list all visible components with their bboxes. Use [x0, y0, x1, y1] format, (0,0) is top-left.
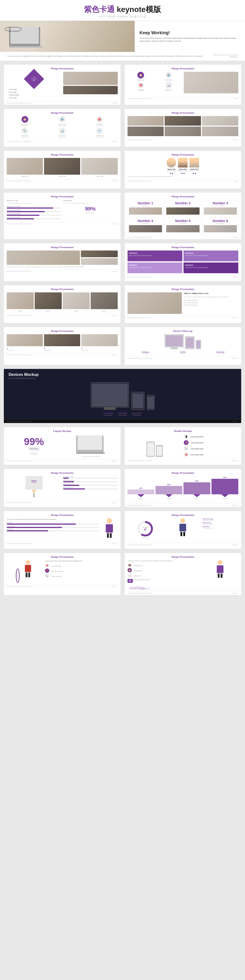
slide-14: Devices Mock-up — [124, 327, 242, 365]
stats-13-3: 3 Lorem Title — [81, 347, 118, 351]
svg-text:33: 33 — [144, 528, 147, 531]
photo-13-2 — [44, 334, 80, 346]
icon-item: 📊 Lorem Cup Lorem ipsum — [44, 127, 80, 138]
social-icon[interactable]: ◆ — [195, 172, 196, 174]
slide-16-title: Laptop Mockup — [7, 430, 118, 432]
main-photo-12 — [127, 293, 182, 314]
slide-6-text: Lorem ipsum dolor sit amet consectetur a… — [127, 176, 239, 177]
icon-item: 🏠 Lorem Cup Lorem ipsum — [7, 116, 43, 126]
slide-16-inner: Laptop Mockup 99% Devices FAV FILE Font … — [4, 427, 121, 459]
tile-label: STATISTIC — [185, 252, 237, 254]
chart-sublabel: Lorem ipsum — [141, 537, 150, 539]
phone-shape — [196, 340, 201, 349]
slide-2-inner: Mango Presentation 🏠 Lorem Cup ⚙️ Lorem … — [125, 65, 242, 97]
number-label: Lorem ipsum — [129, 205, 162, 207]
dark-stats: 1,234 USD Lorem ipsum 5,678 USD Lorem ip… — [9, 412, 236, 416]
social-icon[interactable]: ◆ — [172, 172, 173, 174]
footer-page: PAGE 18 — [232, 460, 238, 461]
slide-18: Mango Presentation PRIMARYCOURSE — [3, 469, 121, 507]
phone-screen — [196, 341, 200, 348]
slide-21-footer: MANGO PRESENTATION TEMPLATE PAGE 22 — [125, 543, 242, 546]
device-stat: ★★★★ Rating — [165, 351, 201, 355]
arrow-down-1 — [137, 494, 145, 497]
footer-page: PAGE 8 — [113, 223, 118, 225]
progress-1: Achievement 01 titles — [7, 206, 61, 208]
icon-3: 🎯 — [96, 116, 103, 123]
laptop-sub: Lorem ipsum dolor sit amet — [63, 456, 118, 457]
list-item: Imagining Eget — [7, 94, 61, 96]
social-icon[interactable]: ◆ — [170, 172, 171, 174]
stat-22-icon-2: 📌 — [45, 568, 49, 573]
list-item: Lorem Eget — [7, 96, 61, 99]
arrow-item-3: 30% Scan C — [183, 480, 210, 499]
icon-item: 🏠 Lorem Cup — [127, 72, 154, 81]
photo-label: Title 1 — [7, 310, 34, 312]
footer-template: MANGO PRESENTATION TEMPLATE — [7, 223, 31, 225]
social-icon[interactable]: ◆ — [192, 172, 194, 174]
stat-22-1: 🎯 First Class Title — [45, 563, 118, 568]
stat-22-icon-1: 🎯 — [45, 563, 49, 568]
stat-22-2: 📌 Second Class Title — [45, 568, 118, 573]
slide-11-footer: MANGO PRESENTATION TEMPLATE PAGE 12 — [4, 313, 121, 317]
icon-sub: Lorem ipsum — [7, 136, 43, 138]
slide-17: Mobile Mockup 📱 Lorem ipsum dolor — [124, 427, 242, 465]
archer-illus — [16, 560, 34, 583]
footer-template: MANGO PRESENTATION TEMPLATE — [7, 421, 31, 422]
footer-page: PAGE 21 — [112, 543, 118, 544]
monitor-screen — [165, 335, 183, 347]
icon-item: ⚙️ Lorem Cup — [155, 72, 182, 81]
stat-22-text-1: First Class Title — [51, 565, 61, 567]
slide-14-title: Devices Mock-up — [127, 329, 239, 332]
stat-num: 3 — [81, 347, 118, 350]
dark-stat-label: Lorem ipsum — [132, 414, 142, 416]
footer-page: PAGE 11 — [232, 276, 238, 278]
photo-label: Title 2 — [35, 310, 62, 312]
number-photo — [129, 225, 162, 232]
slide-6-title: Mango Presentation — [127, 153, 239, 156]
footer-template: MANGO PRESENTATION TEMPLATE — [127, 593, 152, 594]
footer-template: MANGO PRESENTATION TEMPLATE — [127, 317, 152, 318]
dark-mockup-subtitle: PUT YOUR GREAT SUBTITLE — [9, 377, 236, 379]
slide-22-footer: MANGO PRESENTATION TEMPLATE PAGE 23 — [4, 585, 121, 588]
stat-21-3: 30% Third Lorem ipsum dolor — [203, 526, 238, 529]
about-text: Lorem ipsum dolor sit amet consectetur — [7, 202, 61, 204]
photo-stack — [81, 250, 118, 265]
photo-label: Title 3 — [63, 310, 90, 312]
stat-val: ★★★★ — [165, 351, 201, 353]
slide-7-left: About Our Title Lorem ipsum dolor sit am… — [7, 200, 61, 220]
icon-sub: Lorem ipsum — [7, 125, 43, 126]
slide-11-title: Mango Presentation — [7, 288, 118, 290]
stat-desc: Lorem ipsum — [203, 353, 238, 354]
stat-22-text-2: Second Class Title — [51, 571, 63, 572]
devices-label: Devices — [28, 447, 40, 451]
stat-18-label: 10% First Class — [63, 476, 118, 477]
bow — [16, 568, 20, 583]
slide-21-content: INCOME 33 Lorem ipsum — [127, 518, 239, 541]
purple-tile-3: STATISTIC Lorem ipsum dolor sit amet con… — [127, 262, 182, 273]
dark-devices — [9, 382, 236, 410]
diamond-line3: Best — [31, 80, 37, 82]
tile-label: STATISTIC — [129, 264, 181, 266]
slide-7-inner: Mango Presentation About Our Title Lorem… — [4, 192, 121, 222]
avatar-circle-3 — [189, 158, 199, 167]
social-icon[interactable]: ◆ — [183, 172, 185, 174]
s21-desc: Lorem ipsum dolor — [203, 527, 238, 529]
slide-5-photos — [7, 158, 118, 175]
numbers-grid: Number 1 Lorem ipsum Number 2 Lorem ipsu… — [127, 200, 239, 234]
photo-11-4 — [91, 293, 118, 309]
slide-7: Mango Presentation About Our Title Lorem… — [3, 192, 121, 240]
footer-page: PAGE 9 — [233, 237, 238, 238]
slide-23-desc: Lorem ipsum dolor sit amet consectetur a… — [127, 560, 200, 562]
chart-area: INCOME 33 Lorem ipsum — [127, 518, 163, 541]
social-icon[interactable]: ◆ — [181, 172, 183, 174]
pb-20-1 — [7, 523, 99, 525]
stat-label: Lorem Title — [81, 350, 118, 351]
archer-char — [7, 560, 43, 583]
slide-23-inner: Mango Presentation Lorem ipsum dolor sit… — [125, 553, 242, 592]
photo-right — [184, 72, 238, 93]
footer-page: PAGE 16 — [232, 421, 238, 422]
phone-inner — [148, 397, 154, 409]
stat-row-18: 10% First Class — [63, 476, 118, 479]
about-title: About Our Title — [7, 200, 61, 202]
slide-19: Mango Presentation 10% Scan A 20% Scan B… — [124, 469, 242, 507]
